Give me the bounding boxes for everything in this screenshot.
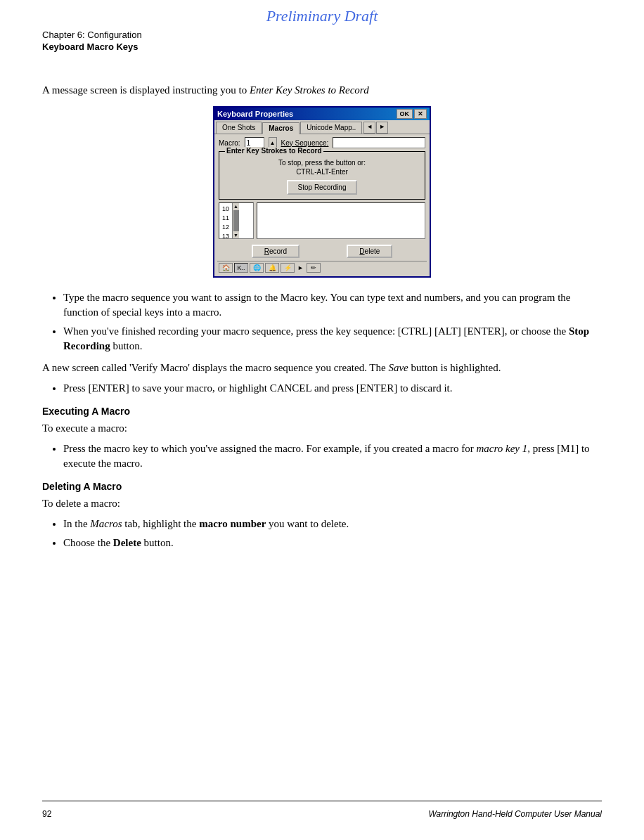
- bullet-2-after: button.: [110, 340, 143, 351]
- footer-book-title: Warrington Hand-Held Computer User Manua…: [428, 809, 602, 819]
- record-button[interactable]: Record: [252, 245, 300, 258]
- section1-heading: Executing A Macro: [42, 406, 602, 417]
- dialog-body: Macro: 1 ▲ Key Sequence: Enter Key Strok…: [214, 134, 430, 276]
- taskbar-bell[interactable]: 🔔: [265, 263, 279, 273]
- taskbar-pen[interactable]: ✏: [307, 263, 321, 273]
- s2-b1-middle: tab, highlight the: [122, 518, 200, 529]
- s2-b2-bold: Delete: [113, 537, 141, 548]
- taskbar-globe[interactable]: 🌐: [250, 263, 264, 273]
- tab-one-shots[interactable]: One Shots: [216, 122, 262, 134]
- list-numbers: 10 11 12 13: [219, 203, 232, 238]
- second-bullet-list: Press [ENTER] to save your macro, or hig…: [63, 381, 602, 396]
- keyboard-properties-dialog: Keyboard Properties OK ✕ One Shots Macro…: [213, 106, 431, 278]
- dialog-taskbar: 🏠 K.. 🌐 🔔 ⚡ ► ✏: [217, 261, 427, 273]
- list-item: 10: [222, 205, 229, 214]
- bullet-3-text: Press [ENTER] to save your macro, or hig…: [63, 382, 453, 394]
- section1-bullet-list: Press the macro key to which you've assi…: [63, 441, 602, 471]
- macro-label: Macro:: [219, 139, 240, 147]
- para1-before: A new screen called 'Verify Macro' displ…: [42, 362, 388, 373]
- main-content: A message screen is displayed instructin…: [42, 84, 602, 550]
- enter-keystrokes-box: Enter Key Strokes to Record To stop, pre…: [219, 151, 425, 200]
- list-scrollbar[interactable]: ▲ ▼: [232, 203, 239, 238]
- section2-bullet-item-1: In the Macros tab, highlight the macro n…: [63, 517, 602, 531]
- delete-text: elete: [365, 247, 380, 255]
- stop-instruction-line1: To stop, press the button or:: [225, 159, 419, 167]
- record-text: ecord: [269, 247, 287, 255]
- action-buttons: Record Delete: [217, 242, 427, 261]
- s2-b2-after: button.: [141, 537, 174, 548]
- intro-text-before: A message screen is displayed instructin…: [42, 84, 250, 96]
- scroll-up-arrow[interactable]: ▲: [233, 203, 238, 209]
- key-seq-label: Key Sequence:: [281, 139, 329, 147]
- footer-rule: [42, 801, 602, 801]
- stop-recording-button[interactable]: Stop Recording: [287, 180, 358, 195]
- list-area: 10 11 12 13 ▲ ▼: [219, 202, 425, 239]
- bullet-item-1: Type the macro sequence you want to assi…: [63, 290, 602, 320]
- s2-b1-italic: Macros: [90, 518, 122, 529]
- ok-button[interactable]: OK: [397, 109, 413, 119]
- s2-b1-before: In the: [63, 518, 90, 529]
- section2-bullet-list: In the Macros tab, highlight the macro n…: [63, 517, 602, 550]
- enter-keystrokes-body: To stop, press the button or: CTRL-ALT-E…: [225, 156, 419, 195]
- taskbar-flash[interactable]: ⚡: [281, 263, 295, 273]
- tab-macros[interactable]: Macros: [262, 122, 300, 134]
- list-item: 12: [222, 223, 229, 232]
- enter-keystrokes-label: Enter Key Strokes to Record: [225, 147, 323, 155]
- taskbar-arrow[interactable]: ►: [296, 264, 305, 271]
- intro-paragraph: A message screen is displayed instructin…: [42, 84, 602, 96]
- bullet-2-before: When you've finished recording your macr…: [63, 325, 569, 337]
- list-item: 13: [222, 232, 229, 239]
- section-line: Keyboard Macro Keys: [42, 41, 142, 53]
- tab-nav-left[interactable]: ◄: [363, 122, 375, 134]
- footer-page-number: 92: [42, 809, 51, 819]
- scroll-down-arrow[interactable]: ▼: [233, 232, 238, 238]
- s2-b2-before: Choose the: [63, 537, 113, 548]
- para1-after: button is highlighted.: [408, 362, 501, 373]
- bullet-1-text: Type the macro sequence you want to assi…: [63, 292, 571, 318]
- page-footer: 92 Warrington Hand-Held Computer User Ma…: [0, 809, 644, 819]
- chapter-line: Chapter 6: Configuration: [42, 30, 142, 41]
- key-seq-list[interactable]: [257, 202, 425, 239]
- dialog-title: Keyboard Properties: [217, 110, 293, 118]
- s2-b1-bold: macro number: [199, 518, 266, 529]
- intro-text-italic: Enter Key Strokes to Record: [250, 84, 369, 96]
- bullet-item-3: Press [ENTER] to save your macro, or hig…: [63, 381, 602, 396]
- s1-bullet-before: Press the macro key to which you've assi…: [63, 443, 477, 454]
- title-buttons: OK ✕: [397, 109, 427, 119]
- para1-italic: Save: [388, 362, 408, 373]
- section1-para: To execute a macro:: [42, 421, 602, 436]
- delete-underline: D: [359, 247, 364, 255]
- para1: A new screen called 'Verify Macro' displ…: [42, 361, 602, 375]
- macro-list-box[interactable]: 10 11 12 13 ▲ ▼: [219, 202, 254, 239]
- section2-heading: Deleting A Macro: [42, 481, 602, 492]
- macro-value: 1: [247, 139, 251, 147]
- section2-para: To delete a macro:: [42, 496, 602, 511]
- stop-instruction-line2: CTRL-ALT-Enter: [225, 168, 419, 176]
- s2-b1-after: you want to delete.: [266, 518, 349, 529]
- page-title: Preliminary Draft: [0, 0, 644, 28]
- bullet-item-2: When you've finished recording your macr…: [63, 324, 602, 354]
- scroll-thumb: [233, 210, 239, 231]
- first-bullet-list: Type the macro sequence you want to assi…: [63, 290, 602, 354]
- section1-bullet-item: Press the macro key to which you've assi…: [63, 441, 602, 471]
- key-seq-input[interactable]: [333, 137, 425, 148]
- list-item: 11: [222, 214, 229, 223]
- close-button[interactable]: ✕: [414, 109, 427, 119]
- delete-button[interactable]: Delete: [347, 245, 392, 258]
- record-underline: R: [264, 247, 269, 255]
- taskbar-start[interactable]: 🏠: [219, 263, 233, 273]
- section2-bullet-item-2: Choose the Delete button.: [63, 536, 602, 550]
- screenshot-container: Keyboard Properties OK ✕ One Shots Macro…: [42, 106, 602, 278]
- s1-bullet-italic: macro key 1: [477, 443, 528, 454]
- tab-nav-right[interactable]: ►: [376, 122, 388, 134]
- tab-unicode[interactable]: Unicode Mapp..: [300, 122, 362, 134]
- tabs-row: One Shots Macros Unicode Mapp.. ◄ ►: [214, 120, 430, 134]
- dialog-titlebar: Keyboard Properties OK ✕: [214, 108, 430, 120]
- taskbar-kb[interactable]: K..: [234, 263, 248, 273]
- chapter-header: Chapter 6: Configuration Keyboard Macro …: [42, 30, 142, 53]
